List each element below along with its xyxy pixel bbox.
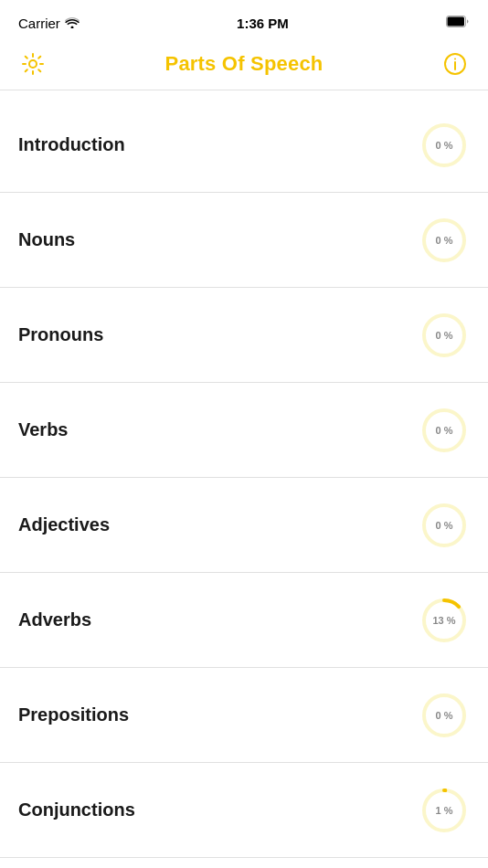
progress-circle: 0 % bbox=[419, 500, 470, 551]
info-button[interactable] bbox=[439, 48, 472, 80]
item-label: Adverbs bbox=[18, 609, 91, 630]
progress-text: 0 % bbox=[436, 330, 453, 341]
progress-circle: 1 % bbox=[419, 785, 470, 836]
progress-circle: 0 % bbox=[419, 310, 470, 361]
item-label: Prepositions bbox=[18, 704, 129, 725]
item-label: Conjunctions bbox=[18, 799, 135, 820]
item-label: Verbs bbox=[18, 419, 68, 440]
progress-circle: 0 % bbox=[419, 405, 470, 456]
status-time: 1:36 PM bbox=[237, 16, 289, 31]
carrier-text: Carrier bbox=[18, 16, 60, 31]
progress-text: 0 % bbox=[436, 710, 453, 721]
navbar: Parts Of Speech bbox=[0, 40, 488, 90]
page-title: Parts Of Speech bbox=[165, 52, 324, 76]
progress-circle: 0 % bbox=[419, 120, 470, 171]
list-item[interactable]: Pronouns 0 % bbox=[0, 288, 488, 383]
progress-text: 0 % bbox=[436, 520, 453, 531]
items-list: Introduction 0 % Nouns 0 % Pronouns 0 % … bbox=[0, 98, 488, 858]
battery-icon bbox=[446, 15, 470, 31]
list-item[interactable]: Nouns 0 % bbox=[0, 193, 488, 288]
item-label: Introduction bbox=[18, 134, 125, 155]
progress-circle: 13 % bbox=[419, 595, 470, 646]
wifi-icon bbox=[65, 16, 80, 31]
progress-text: 0 % bbox=[436, 140, 453, 151]
list-item[interactable]: Adverbs 13 % bbox=[0, 573, 488, 668]
progress-text: 0 % bbox=[436, 235, 453, 246]
progress-text: 1 % bbox=[436, 805, 453, 816]
item-label: Pronouns bbox=[18, 324, 103, 345]
item-label: Nouns bbox=[18, 229, 75, 250]
svg-point-5 bbox=[454, 58, 456, 60]
list-item[interactable]: Introduction 0 % bbox=[0, 98, 488, 193]
settings-button[interactable] bbox=[16, 48, 49, 80]
progress-text: 13 % bbox=[432, 615, 455, 626]
list-item[interactable]: Verbs 0 % bbox=[0, 383, 488, 478]
progress-circle: 0 % bbox=[419, 215, 470, 266]
list-item[interactable]: Prepositions 0 % bbox=[0, 668, 488, 763]
svg-rect-1 bbox=[447, 17, 464, 26]
svg-point-2 bbox=[29, 60, 37, 68]
list-item[interactable]: Adjectives 0 % bbox=[0, 478, 488, 573]
progress-circle: 0 % bbox=[419, 690, 470, 741]
status-bar: Carrier 1:36 PM bbox=[0, 0, 488, 40]
progress-text: 0 % bbox=[436, 425, 453, 436]
carrier-label: Carrier bbox=[18, 16, 80, 31]
item-label: Adjectives bbox=[18, 514, 110, 535]
list-item[interactable]: Conjunctions 1 % bbox=[0, 763, 488, 858]
